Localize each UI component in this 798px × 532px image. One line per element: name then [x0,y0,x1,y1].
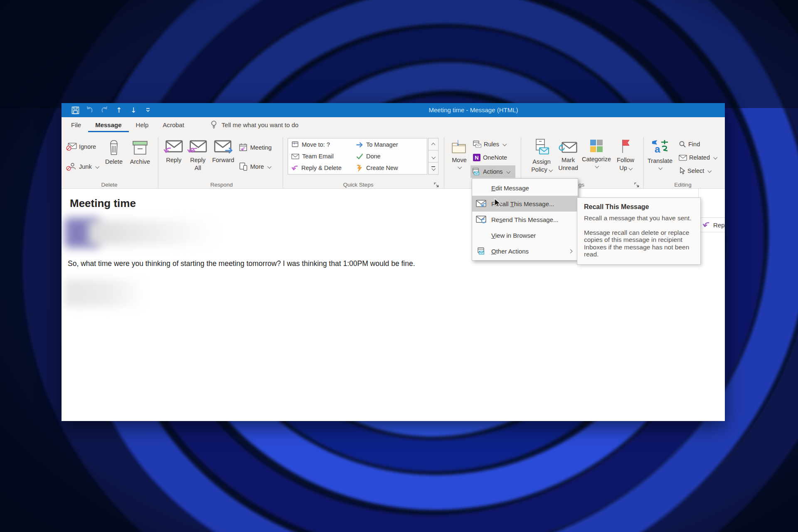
menu-item-resend-this-message[interactable]: Resend This Message... [472,212,578,227]
translate-button[interactable]: a Translate [648,139,672,170]
undo-icon[interactable] [85,106,94,115]
quick-step-reply-delete[interactable]: Reply & Delete [291,163,342,173]
rules-button[interactable]: Rules [471,139,507,150]
find-button[interactable]: Find [677,139,701,150]
follow-up-label: Follow Up [615,156,636,172]
related-button[interactable]: Related [677,152,718,163]
save-icon[interactable] [71,106,80,115]
tooltip-title: Recall This Message [584,203,694,211]
actions-icon [472,167,481,176]
menu-item-recall-this-message[interactable]: Recall This Message... [472,196,578,212]
categorize-icon [589,139,603,153]
reply-all-button[interactable]: Reply All [186,140,209,172]
quick-step-team-email[interactable]: Team Email [291,151,334,162]
forward-button[interactable]: Forward [210,140,236,164]
reply-label: Reply [166,156,181,164]
meeting-button[interactable]: Meeting [238,142,273,153]
submenu-arrow-icon [569,249,573,253]
customize-qat-icon[interactable] [143,106,153,115]
gallery-more-button[interactable] [428,163,438,175]
move-button[interactable]: ↓ Move [448,140,470,169]
create-new-bolt-icon [356,165,363,172]
mouse-cursor [494,198,502,208]
quick-step-label: To Manager [366,141,398,148]
select-button[interactable]: Select [677,165,712,176]
actions-button[interactable]: Actions [470,165,515,178]
categorize-button[interactable]: Categorize [582,139,611,168]
more-respond-button[interactable]: More [238,161,272,172]
message-body: So, what time were you thinking of start… [68,259,415,268]
quick-step-to-manager[interactable]: To Manager [356,139,398,150]
redo-icon[interactable] [100,106,109,115]
follow-up-flag-icon [620,139,631,154]
respond-group-label: Respond [199,182,244,188]
quick-steps-scroll [428,138,438,175]
menu-item-other-actions[interactable]: Other Actions [472,243,578,259]
mark-unread-button[interactable]: Mark Unread [555,140,581,172]
quick-steps-gallery: ↓ Move to: ? Team Email Reply & Delete T… [288,138,427,175]
archive-button[interactable]: Archive [126,140,154,166]
reply-button-fragment[interactable]: Rep [698,217,725,232]
tags-dialog-launcher[interactable] [634,182,640,188]
menu-item-view-in-browser[interactable]: View in Browser [472,227,578,243]
ignore-button[interactable]: Ignore [66,141,97,152]
chevron-down-icon [628,166,633,170]
chevron-down-icon [502,142,507,146]
translate-label: Translate [648,157,672,165]
archive-icon [132,140,148,155]
title-bar: ↑ ↓ Meeting time - Message (HTML) [62,103,725,117]
tooltip-paragraph: Recall a message that you have sent. [584,214,694,222]
chevron-down-icon [658,166,663,170]
quick-steps-dialog-launcher[interactable] [434,182,440,188]
scroll-down-button[interactable] [428,150,438,163]
junk-icon [67,163,77,171]
menu-item-edit-message[interactable]: Edit Message [472,180,578,196]
delete-button[interactable]: Delete [101,140,126,166]
chevron-down-icon [506,169,510,173]
tab-acrobat[interactable]: Acrobat [155,117,191,132]
group-separator [158,137,158,189]
move-folder-icon: ↓ [451,140,467,154]
move-to-icon: ↓ [291,141,299,148]
scroll-up-button[interactable] [428,138,438,150]
forward-icon [214,140,232,154]
sender-info-redacted [88,220,217,245]
tell-me-box[interactable]: Tell me what you want to do [210,117,298,132]
tell-me-label: Tell me what you want to do [222,121,298,128]
menu-item-label: Edit Message [491,185,529,192]
more-label: More [250,163,264,170]
rules-label: Rules [484,141,499,148]
desktop: ↑ ↓ Meeting time - Message (HTML) File M… [0,0,798,532]
up-arrow-icon[interactable]: ↑ [114,106,123,115]
signature-redacted [65,279,146,307]
tooltip-paragraph: Message recall can delete or replace cop… [584,229,694,258]
onenote-label: OneNote [483,154,507,161]
related-label: Related [689,154,710,161]
junk-button[interactable]: Junk [66,161,100,172]
ribbon: Ignore Junk Delete Archive [62,132,725,189]
to-manager-icon [356,141,363,148]
reply-icon [165,140,183,154]
chevron-down-icon [595,164,599,168]
assign-policy-button[interactable]: Assign Policy [528,139,555,174]
cursor-icon [679,167,685,175]
tab-file[interactable]: File [64,117,88,132]
onenote-button[interactable]: N OneNote [471,152,508,163]
quick-step-done[interactable]: Done [356,151,381,162]
tab-help[interactable]: Help [129,117,156,132]
move-label: Move [452,156,466,164]
delete-label: Delete [105,158,123,166]
translate-icon: a [650,139,670,155]
tab-message[interactable]: Message [88,117,128,132]
group-separator [283,137,283,189]
chevron-down-icon [708,168,712,172]
related-icon [679,155,687,161]
down-arrow-icon[interactable]: ↓ [129,106,138,115]
quick-step-move-to[interactable]: ↓ Move to: ? [291,139,330,150]
quick-step-create-new[interactable]: Create New [356,163,398,173]
quick-step-label: Done [366,153,381,160]
reply-button[interactable]: Reply [162,140,185,164]
quick-step-label: Move to: ? [302,141,330,148]
follow-up-button[interactable]: Follow Up [613,139,638,172]
reply-fragment-label: Rep [713,222,725,229]
